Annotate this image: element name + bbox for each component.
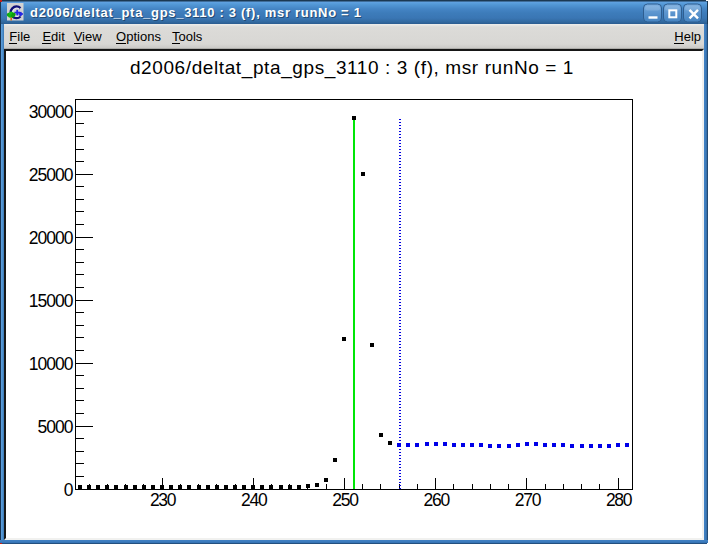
svg-text:Edit: Edit: [42, 29, 65, 44]
svg-text:d2006/deltat_pta_gps_3110 : 3: d2006/deltat_pta_gps_3110 : 3 (f), msr r…: [30, 5, 362, 20]
svg-text:15000: 15000: [29, 291, 74, 311]
svg-text:d2006/deltat_pta_gps_3110 : 3: d2006/deltat_pta_gps_3110 : 3 (f), msr r…: [130, 57, 574, 79]
svg-text:0: 0: [64, 480, 74, 500]
svg-text:270: 270: [515, 490, 542, 510]
svg-text:260: 260: [424, 490, 451, 510]
svg-text:250: 250: [332, 490, 359, 510]
svg-text:25000: 25000: [29, 165, 74, 185]
svg-text:File: File: [9, 29, 30, 44]
svg-text:View: View: [74, 29, 103, 44]
svg-text:230: 230: [150, 490, 177, 510]
svg-text:30000: 30000: [29, 102, 74, 122]
svg-text:240: 240: [241, 490, 268, 510]
svg-text:Tools: Tools: [172, 29, 203, 44]
svg-text:10000: 10000: [29, 354, 74, 374]
svg-text:5000: 5000: [38, 417, 74, 437]
svg-text:20000: 20000: [29, 228, 74, 248]
svg-text:Help: Help: [674, 29, 701, 44]
svg-text:Options: Options: [116, 29, 161, 44]
svg-text:280: 280: [606, 490, 633, 510]
